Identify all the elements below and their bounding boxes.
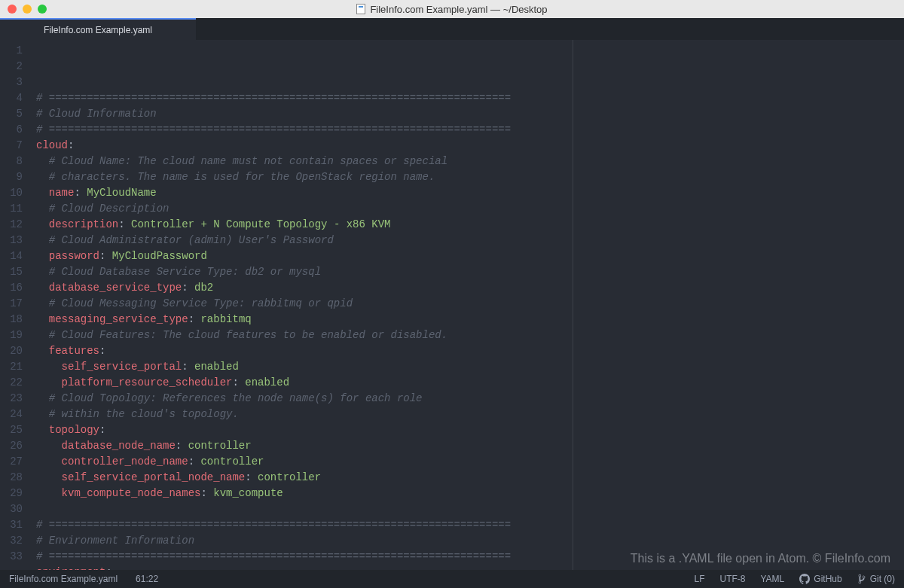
zoom-window-button[interactable] — [38, 5, 47, 14]
tab-active[interactable]: FileInfo.com Example.yaml — [0, 18, 196, 40]
git-branch-icon — [857, 574, 866, 584]
code-line[interactable]: # Cloud Name: The cloud name must not co… — [36, 154, 904, 169]
status-bar: FileInfo.com Example.yaml 61:22 LF UTF-8… — [0, 570, 904, 588]
minimize-window-button[interactable] — [23, 5, 32, 14]
code-line[interactable]: name: MyCloudName — [36, 185, 904, 201]
watermark-text: This is a .YAML file open in Atom. © Fil… — [631, 552, 890, 565]
line-number: 3 — [0, 75, 30, 90]
code-line[interactable]: password: MyCloudPassword — [36, 248, 904, 264]
code-area[interactable]: # ======================================… — [30, 40, 904, 570]
code-line[interactable]: features: — [36, 343, 904, 359]
code-line[interactable]: messaging_service_type: rabbitmq — [36, 312, 904, 328]
line-number: 24 — [0, 407, 30, 422]
line-number: 1 — [0, 43, 30, 59]
line-number: 26 — [0, 438, 30, 454]
code-line[interactable]: controller_node_name: controller — [36, 454, 904, 470]
line-number: 19 — [0, 328, 30, 343]
status-git[interactable]: Git (0) — [857, 574, 895, 584]
status-github-label: GitHub — [814, 574, 841, 584]
code-line[interactable]: self_service_portal_node_name: controlle… — [36, 470, 904, 486]
line-number: 31 — [0, 517, 30, 533]
code-line[interactable]: topology: — [36, 422, 904, 438]
editor[interactable]: 1234567891011121314151617181920212223242… — [0, 40, 904, 570]
status-github[interactable]: GitHub — [799, 574, 841, 584]
status-filename[interactable]: FileInfo.com Example.yaml — [9, 574, 118, 584]
status-git-label: Git (0) — [870, 574, 895, 584]
line-number: 15 — [0, 264, 30, 280]
code-line[interactable]: # Cloud Description — [36, 201, 904, 217]
line-number: 16 — [0, 280, 30, 296]
line-number: 14 — [0, 248, 30, 264]
line-number: 33 — [0, 549, 30, 565]
line-number: 10 — [0, 185, 30, 201]
code-line[interactable]: # Cloud Features: The cloud features to … — [36, 328, 904, 343]
status-grammar[interactable]: YAML — [761, 574, 785, 584]
code-line[interactable]: # ======================================… — [36, 517, 904, 533]
code-line[interactable]: platform_resource_scheduler: enabled — [36, 375, 904, 391]
line-number: 29 — [0, 486, 30, 501]
code-line[interactable]: # Cloud Administrator (admin) User's Pas… — [36, 233, 904, 248]
code-line[interactable]: kvm_compute_node_names: kvm_compute — [36, 486, 904, 501]
code-line[interactable]: database_node_name: controller — [36, 438, 904, 454]
line-number: 20 — [0, 343, 30, 359]
line-number: 27 — [0, 454, 30, 470]
status-encoding[interactable]: UTF-8 — [720, 574, 746, 584]
line-number: 32 — [0, 533, 30, 549]
tab-label: FileInfo.com Example.yaml — [44, 25, 152, 35]
code-line[interactable]: # Cloud Database Service Type: db2 or my… — [36, 264, 904, 280]
code-line[interactable]: # Cloud Topology: References the node na… — [36, 391, 904, 407]
line-number: 23 — [0, 391, 30, 407]
line-number: 21 — [0, 359, 30, 375]
line-number: 13 — [0, 233, 30, 248]
code-line[interactable]: self_service_portal: enabled — [36, 359, 904, 375]
line-number: 9 — [0, 169, 30, 185]
code-line[interactable]: # ======================================… — [36, 122, 904, 138]
line-number: 5 — [0, 106, 30, 122]
status-cursor-position[interactable]: 61:22 — [136, 574, 158, 584]
line-number: 28 — [0, 470, 30, 486]
line-number: 18 — [0, 312, 30, 328]
code-line[interactable]: # Cloud Messaging Service Type: rabbitmq… — [36, 296, 904, 312]
line-number: 17 — [0, 296, 30, 312]
github-icon — [799, 574, 810, 584]
line-number: 6 — [0, 122, 30, 138]
tab-bar: FileInfo.com Example.yaml — [0, 18, 904, 40]
code-line[interactable]: # within the cloud's topology. — [36, 407, 904, 422]
line-number: 12 — [0, 217, 30, 233]
line-number: 4 — [0, 90, 30, 106]
code-line[interactable]: description: Controller + N Compute Topo… — [36, 217, 904, 233]
line-number: 22 — [0, 375, 30, 391]
code-line[interactable]: # ======================================… — [36, 90, 904, 106]
line-number: 30 — [0, 501, 30, 517]
line-number: 2 — [0, 59, 30, 75]
window-title: FileInfo.com Example.yaml — ~/Desktop — [0, 4, 904, 15]
document-icon — [356, 4, 365, 14]
line-number: 8 — [0, 154, 30, 169]
window-titlebar: FileInfo.com Example.yaml — ~/Desktop — [0, 0, 904, 18]
line-number-gutter: 1234567891011121314151617181920212223242… — [0, 40, 30, 570]
line-number: 25 — [0, 422, 30, 438]
code-line[interactable]: # characters. The name is used for the O… — [36, 169, 904, 185]
code-line[interactable]: cloud: — [36, 138, 904, 154]
window-title-text: FileInfo.com Example.yaml — ~/Desktop — [370, 4, 547, 15]
code-line[interactable]: # Environment Information — [36, 533, 904, 549]
line-number: 11 — [0, 201, 30, 217]
status-line-ending[interactable]: LF — [694, 574, 704, 584]
traffic-lights — [0, 5, 47, 14]
code-line[interactable]: # Cloud Information — [36, 106, 904, 122]
line-number: 7 — [0, 138, 30, 154]
code-line[interactable]: database_service_type: db2 — [36, 280, 904, 296]
code-line[interactable] — [36, 501, 904, 517]
close-window-button[interactable] — [8, 5, 17, 14]
wrap-guide — [573, 40, 573, 570]
